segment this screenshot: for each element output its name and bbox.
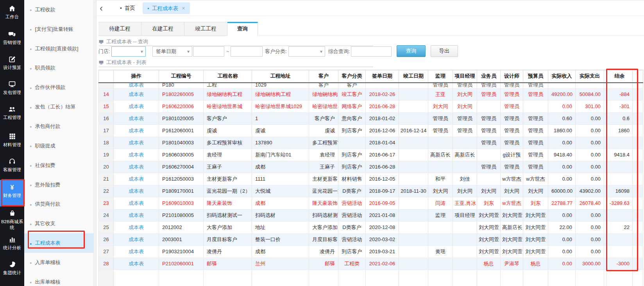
menu-item[interactable]: 职员领款 <box>24 59 94 78</box>
cost-sheet-link[interactable]: 成本表 <box>129 176 144 182</box>
designer-cell: 刘大同萱 <box>501 210 523 222</box>
tab-close-icon[interactable] <box>182 5 185 11</box>
sidebar-item-workbench[interactable]: 工作台 <box>0 5 24 20</box>
sidebar-item-material-mgmt[interactable]: 材料管理 <box>0 133 24 148</box>
menu-item[interactable]: 社保扣费 <box>24 156 94 175</box>
sidebar-scrollbar[interactable] <box>94 0 97 286</box>
sidebar-item-statistics[interactable]: 统计分析 <box>0 236 24 251</box>
col-finish-date: 竣工日期 <box>399 70 428 83</box>
menu-item-label: 承包商付款 <box>35 123 60 130</box>
sidebar-item-design-budget[interactable]: 设计预算 <box>0 55 24 71</box>
project-name-cell: 凌倩丹 <box>204 246 252 258</box>
cost-sheet-link[interactable]: 成本表 <box>129 152 144 158</box>
customer-category-cell: 到店客户 <box>338 149 366 161</box>
menu-item-label: [支付宝]批量转账 <box>35 26 73 33</box>
menu-item[interactable]: 意外险扣费 <box>24 175 94 195</box>
partial-scrolled-row: 成本表 P180 工程 1029 客户 客户 管理员 管理员 管理员 管理员 管… <box>99 83 643 89</box>
sidebar-item-group-stats[interactable]: 集团统计 <box>0 261 24 276</box>
store-select[interactable] <box>111 46 146 57</box>
sidebar-item-contract-out[interactable]: 发包管理 <box>0 80 24 96</box>
cost-sheet-link[interactable]: 成本表 <box>129 91 144 97</box>
cost-sheet-link[interactable]: 成本表 <box>129 164 144 170</box>
customer-cell: 月度目标客户 <box>309 234 338 246</box>
cost-sheet-link[interactable]: 成本表 <box>129 249 144 254</box>
project-manager-cell <box>453 246 477 258</box>
cost-sheet-link[interactable]: 成本表 <box>129 224 144 230</box>
tab-project-cost-sheet[interactable]: 工程成本表 <box>143 2 190 14</box>
finish-date-cell <box>399 222 428 234</box>
sign-date-cell: 2018-01-02 <box>366 113 399 125</box>
salesperson-cell: 刘大同萱 <box>477 246 501 258</box>
project-manager-cell: 刘大同 <box>453 185 477 197</box>
cost-sheet-link[interactable]: 成本表 <box>129 261 144 266</box>
menu-item[interactable]: 合作伙伴领款 <box>24 78 94 97</box>
date-to-input[interactable] <box>231 47 262 56</box>
tabs-back-chevron-icon[interactable] <box>100 2 107 14</box>
menu-item[interactable]: [支付宝]批量转账 <box>24 20 94 39</box>
table-row: 26 成本表 2003001 月度目标客户 整装一口价 月度目标客户 营销活动 … <box>99 234 643 246</box>
project-address-cell: 绿地钢结构工程 <box>252 89 309 101</box>
tab-home[interactable]: 首页 <box>114 2 141 14</box>
sidebar-item-b2b-mall[interactable]: B2B商城系统 <box>0 210 24 231</box>
chevron-down-icon <box>187 47 190 56</box>
keyword-input[interactable] <box>351 47 391 56</box>
project-manager-cell <box>453 222 477 234</box>
menu-item[interactable]: 入库单稽核 <box>24 253 94 272</box>
export-button[interactable]: 导出 <box>431 45 458 57</box>
sidebar-item-finance[interactable]: ¥ 财务管理 <box>0 180 24 206</box>
menu-item[interactable]: 职级提成 <box>24 136 94 156</box>
actual-expense-cell: 0.00 <box>576 113 604 125</box>
menu-item[interactable]: 承包商付款 <box>24 117 94 136</box>
sign-date-cell: 2016-06-28 <box>366 161 399 173</box>
content-tab-label: 待建工程 <box>109 26 131 32</box>
content-tab[interactable]: 查询 <box>227 22 258 36</box>
menu-item[interactable]: 供货商付款 <box>24 194 94 214</box>
date-type-select[interactable]: 签单日期 <box>152 46 192 57</box>
keyword-label: 综合查询: <box>328 46 350 57</box>
row-number: 16 <box>99 113 114 125</box>
content-tab[interactable]: 待建工程 <box>98 22 141 36</box>
search-button[interactable]: 查询 <box>397 45 426 57</box>
edit-icon <box>0 55 24 64</box>
cost-sheet-link[interactable]: 成本表 <box>129 103 144 109</box>
cost-sheet-link[interactable]: 成本表 <box>129 128 144 133</box>
customer-category-cell: 网络客户 <box>338 101 366 113</box>
cost-sheet-link[interactable]: 成本表 <box>129 115 144 121</box>
row-number: 23 <box>99 197 114 210</box>
customer-cell: 客户客户 <box>309 113 338 125</box>
actual-income-cell: 49200.00 <box>548 89 576 101</box>
menu-item[interactable]: 工程收款 <box>24 0 94 20</box>
table-row: 28 成本表 P2102060001 邮驿 兰州 邮驿 工程类 2021-02-… <box>99 258 643 270</box>
menu-item[interactable]: 其它收支 <box>24 214 94 233</box>
sidebar-item-project-mgmt[interactable]: 工程管理 <box>0 105 24 121</box>
content-tab[interactable]: 在建工程 <box>141 22 184 36</box>
cost-sheet-link[interactable]: 成本表 <box>129 212 144 218</box>
menu-item[interactable]: 工程成本表 <box>24 233 94 253</box>
cost-sheet-link[interactable]: 成本表 <box>129 188 144 194</box>
project-code-cell: P1801040003 <box>159 137 204 149</box>
category-select[interactable] <box>288 46 325 57</box>
yuan-icon: ¥ <box>0 183 24 192</box>
designer-cell: g设计预 <box>501 149 523 161</box>
users-icon <box>0 105 24 114</box>
supervisor-cell: 监理 <box>428 210 453 222</box>
cost-sheet-link[interactable]: 成本表 <box>129 140 144 146</box>
cost-sheet-link[interactable]: 成本表 <box>129 200 144 206</box>
date-from-input[interactable] <box>193 47 224 56</box>
content-tab[interactable]: 竣工工程 <box>184 22 227 36</box>
headset-icon <box>0 158 24 166</box>
project-address-cell: 成都 <box>252 197 309 210</box>
project-code-cell: P1802260005 <box>159 89 204 101</box>
menu-item-label: 社保扣费 <box>35 162 55 169</box>
sidebar-item-customer-service[interactable]: 客服管理 <box>0 158 24 173</box>
menu-item[interactable]: 发包（工长）结算 <box>24 97 94 117</box>
tab-dot-icon <box>120 5 125 11</box>
menu-item[interactable]: 工程领款[直接领款] <box>24 39 94 59</box>
sidebar-item-marketing[interactable]: 营销管理 <box>0 30 24 46</box>
menu-item[interactable]: 出库单稽核 <box>24 272 94 286</box>
cost-sheet-link[interactable]: 成本表 <box>129 236 144 242</box>
customer-cell: 蓝光花园一期 <box>309 185 338 197</box>
salesperson-cell: 刘东 <box>477 197 501 210</box>
bullet-icon <box>30 221 32 227</box>
balance-cell: 16098 <box>607 185 633 197</box>
